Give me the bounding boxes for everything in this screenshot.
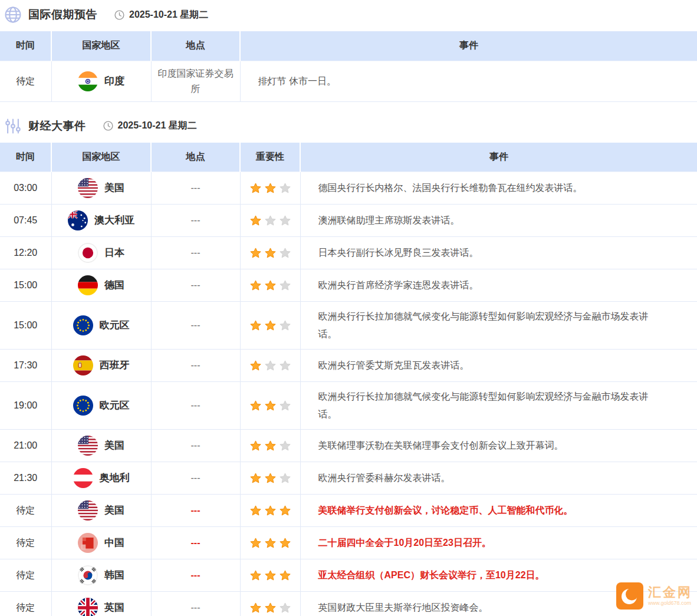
importance-cell	[240, 205, 300, 237]
time-cell: 15:00	[0, 269, 51, 302]
country-cell: 欧元区	[51, 302, 151, 350]
importance-cell	[240, 302, 300, 350]
location-cell: ---	[151, 205, 240, 237]
star-empty-icon	[279, 360, 291, 372]
star-filled-icon	[264, 602, 277, 614]
star-filled-icon	[249, 247, 262, 259]
time-cell: 21:00	[0, 430, 51, 462]
column-header: 地点	[151, 31, 240, 61]
star-filled-icon	[264, 182, 277, 195]
flag-gb-icon	[78, 598, 98, 616]
column-header: 时间	[0, 143, 51, 172]
importance-cell	[240, 172, 300, 205]
location-cell: ---	[151, 495, 240, 527]
holiday-table: 时间国家地区地点事件待定 印度印度国家证券交易所排灯节 休市一日。	[0, 31, 697, 102]
table-row: 待定 英国---英国财政大臣里夫斯举行地区投资峰会。	[0, 592, 697, 616]
flag-us-icon	[78, 500, 98, 521]
table-row: 19:00欧元区---欧洲央行行长拉加德就气候变化与能源转型如何影响宏观经济与金…	[0, 382, 697, 430]
importance-cell	[240, 269, 300, 302]
country-label: 欧元区	[100, 317, 130, 334]
flag-eu-icon	[73, 396, 93, 416]
location-cell: ---	[151, 462, 240, 495]
location-cell: ---	[151, 302, 240, 350]
location-cell: ---	[151, 269, 240, 302]
time-cell: 待定	[0, 527, 51, 559]
importance-cell	[240, 462, 300, 495]
section-date: 2025-10-21 星期二	[129, 9, 208, 21]
time-cell: 12:20	[0, 237, 51, 269]
section-title: 国际假期预告	[28, 7, 97, 22]
star-filled-icon	[264, 400, 277, 412]
time-cell: 待定	[0, 592, 51, 616]
location-cell: ---	[151, 592, 240, 616]
time-cell: 15:00	[0, 302, 51, 350]
importance-cell	[240, 382, 300, 430]
importance-cell	[240, 559, 300, 592]
star-filled-icon	[249, 472, 262, 485]
country-label: 美国	[104, 437, 124, 454]
importance-cell	[240, 350, 300, 382]
flag-jp-icon	[78, 243, 98, 263]
column-header: 国家地区	[51, 143, 151, 172]
column-header: 重要性	[240, 143, 300, 172]
brand-url: www.gold678.com	[648, 601, 692, 606]
star-empty-icon	[264, 215, 277, 227]
table-row: 待定 中国---二十届四中全会于10月20日至23日召开。	[0, 527, 697, 559]
star-filled-icon	[264, 472, 277, 485]
star-empty-icon	[279, 247, 291, 259]
clock-icon	[114, 9, 125, 21]
country-cell: 日本	[51, 237, 151, 269]
star-filled-icon	[249, 537, 262, 549]
country-label: 奥地利	[100, 469, 130, 487]
country-cell: 德国	[51, 269, 151, 302]
country-cell: 中国	[51, 527, 151, 559]
country-cell: 美国	[51, 495, 151, 527]
flag-au-icon	[68, 210, 88, 230]
importance-cell	[240, 237, 300, 269]
star-filled-icon	[264, 319, 277, 332]
brand-logo-icon	[616, 582, 643, 610]
event-cell: 排灯节 休市一日。	[240, 61, 697, 101]
table-row: 15:00德国---欧洲央行首席经济学家连恩发表讲话。	[0, 269, 697, 302]
table-row: 15:00欧元区---欧洲央行行长拉加德就气候变化与能源转型如何影响宏观经济与金…	[0, 302, 697, 350]
star-filled-icon	[249, 569, 262, 582]
time-cell: 03:00	[0, 172, 51, 205]
country-cell: 奥地利	[51, 462, 151, 495]
table-row: 待定美国---美联储举行支付创新会议，讨论稳定币、人工智能和代币化。	[0, 495, 697, 527]
country-cell: 韩国	[51, 559, 151, 592]
star-empty-icon	[279, 319, 291, 332]
table-row: 17:30 西班牙---欧洲央行管委艾斯克里瓦发表讲话。	[0, 350, 697, 382]
star-filled-icon	[249, 505, 262, 517]
flag-at-icon	[73, 468, 93, 488]
country-cell: 英国	[51, 592, 151, 616]
country-cell: 美国	[51, 172, 151, 205]
clock-icon	[103, 120, 114, 131]
event-cell: 美联储举行支付创新会议，讨论稳定币、人工智能和代币化。	[300, 495, 697, 527]
star-filled-icon	[264, 505, 277, 517]
table-row: 12:20日本---日本央行副行长冰见野良三发表讲话。	[0, 237, 697, 269]
star-filled-icon	[264, 440, 277, 452]
watermark: 汇金网 www.gold678.com	[616, 582, 692, 610]
events-table: 时间国家地区地点重要性事件03:00美国---德国央行行长内格尔、法国央行行长维…	[0, 143, 697, 616]
country-label: 西班牙	[100, 357, 130, 374]
importance-cell	[240, 527, 300, 559]
column-header: 国家地区	[51, 31, 151, 61]
star-filled-icon	[249, 400, 262, 412]
flag-cn-icon	[78, 533, 98, 553]
country-label: 日本	[104, 244, 124, 262]
time-cell: 19:00	[0, 382, 51, 430]
star-empty-icon	[279, 602, 291, 614]
table-row: 03:00美国---德国央行行长内格尔、法国央行行长维勒鲁瓦在纽约发表讲话。	[0, 172, 697, 205]
location-cell: ---	[151, 382, 240, 430]
star-empty-icon	[279, 182, 291, 195]
events-section: 财经大事件 2025-10-21 星期二 时间国家地区地点重要性事件03:00美…	[0, 111, 697, 616]
location-cell: ---	[151, 430, 240, 462]
table-row: 21:00美国---美联储理事沃勒在美联储理事会支付创新会议上致开幕词。	[0, 430, 697, 462]
country-cell: 欧元区	[51, 382, 151, 430]
event-cell: 欧洲央行管委艾斯克里瓦发表讲话。	[300, 350, 697, 382]
country-label: 美国	[104, 179, 124, 197]
star-filled-icon	[279, 537, 291, 549]
event-cell: 美联储理事沃勒在美联储理事会支付创新会议上致开幕词。	[300, 430, 697, 462]
country-label: 欧元区	[100, 397, 130, 414]
time-cell: 待定	[0, 559, 51, 592]
